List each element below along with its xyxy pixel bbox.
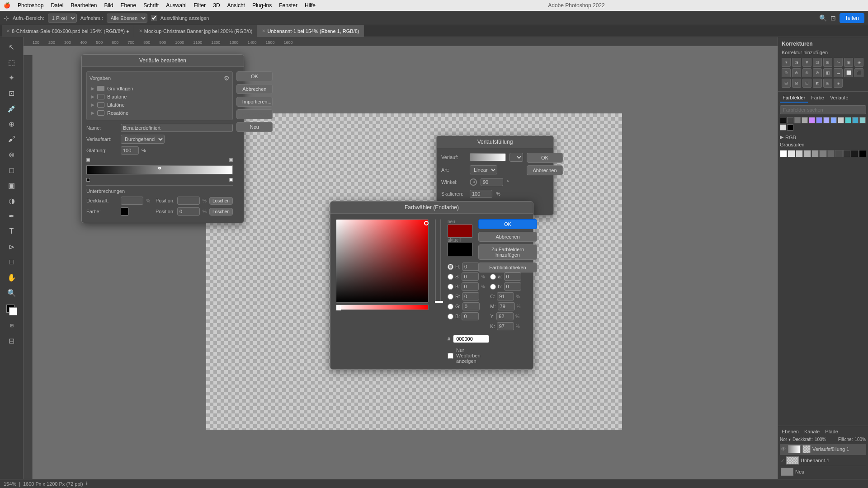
opacity-range-slider[interactable] — [440, 219, 441, 303]
korr-icon-14[interactable]: ☁ — [834, 68, 843, 77]
menu-filter[interactable]: Filter — [194, 2, 206, 9]
h-radio[interactable] — [448, 264, 453, 270]
eyedropper-tool[interactable]: 💉 — [5, 101, 19, 116]
heal-tool[interactable]: ⊕ — [5, 117, 19, 131]
korr-icon-13[interactable]: ◧ — [823, 68, 832, 77]
b2-radio[interactable] — [490, 284, 496, 290]
korr-icon-8[interactable]: ◈ — [854, 58, 863, 67]
gs-swatch-8[interactable] — [843, 150, 850, 157]
background-color[interactable] — [9, 307, 17, 315]
s-input[interactable] — [462, 272, 479, 281]
tab-christmas-sale[interactable]: ✕ 8-Christmas-Sale-800x600.psd bei 154% … — [2, 25, 134, 37]
tab-ebenen[interactable]: Ebenen — [780, 428, 801, 435]
tab-mockup[interactable]: ✕ Mockup-Christmas Banner.jpg bei 200% (… — [134, 25, 258, 37]
g-radio[interactable] — [448, 304, 453, 310]
opacity-value[interactable]: 100% — [815, 437, 826, 442]
swatch-9[interactable] — [838, 117, 844, 123]
gradient-bar[interactable] — [86, 165, 233, 174]
menu-hilfe[interactable]: Hilfe — [305, 2, 316, 9]
gs-swatch-4[interactable] — [811, 150, 819, 157]
swatch-12[interactable] — [859, 117, 866, 123]
tab-pfade[interactable]: Pfade — [823, 428, 840, 435]
eraser-tool[interactable]: ◻ — [5, 163, 19, 177]
pen-tool[interactable]: ✒ — [5, 209, 19, 223]
korr-icon-5[interactable]: ⊞ — [823, 58, 832, 67]
gs-swatch-9[interactable] — [851, 150, 858, 157]
menu-schrift[interactable]: Schrift — [143, 2, 159, 9]
swatch-4[interactable] — [802, 117, 808, 123]
korr-icon-row2-2[interactable]: ⬛ — [854, 68, 863, 77]
gs-swatch-black[interactable] — [859, 150, 866, 157]
color-bottom-slider[interactable] — [336, 305, 429, 310]
normal-blend-label[interactable]: Nor ▾ — [780, 437, 791, 442]
auswahl-checkbox[interactable] — [151, 15, 157, 21]
korr-icon-row2-8[interactable]: ◈ — [834, 79, 843, 88]
verlauf-neu-btn[interactable]: Neu — [236, 122, 273, 132]
gs-swatch-6[interactable] — [827, 150, 835, 157]
vf-art-select[interactable]: Linear — [470, 165, 497, 174]
name-input[interactable] — [121, 124, 233, 132]
clone-tool[interactable]: ⊗ — [5, 147, 19, 162]
s-radio[interactable] — [448, 274, 453, 280]
shape-tool[interactable]: □ — [5, 255, 19, 269]
aufnahmen-select[interactable]: Alle Ebenen — [107, 14, 147, 23]
zoom-tool[interactable]: 🔍 — [5, 286, 19, 300]
tab-kanaele[interactable]: Kanäle — [802, 428, 821, 435]
tab-unbenannt[interactable]: ✕ Unbenannt-1 bei 154% (Ebene 1, RGB/8) — [257, 25, 364, 37]
menu-ebene[interactable]: Ebene — [120, 2, 136, 9]
deckkraft-input[interactable] — [121, 197, 143, 205]
hex-input[interactable] — [453, 335, 489, 343]
hue-slider[interactable] — [435, 219, 436, 303]
layer-verlauf[interactable]: 👁 Verlaufsfüllung 1 — [780, 444, 866, 455]
selection-tool[interactable]: ⬚ — [5, 55, 19, 70]
gradient-tool[interactable]: ▣ — [5, 178, 19, 192]
screen-mode-tool[interactable]: ⊟ — [5, 333, 19, 348]
korr-icon-row2-4[interactable]: ⊠ — [792, 79, 801, 88]
path-select-tool[interactable]: ⊳ — [5, 239, 19, 254]
preset-rosatone[interactable]: ▶ Rosatöne — [90, 109, 230, 117]
menu-bearbeiten[interactable]: Bearbeiten — [71, 2, 97, 9]
korr-icon-12[interactable]: ⊘ — [813, 68, 822, 77]
swatch-11[interactable] — [852, 117, 859, 123]
menu-3d[interactable]: 3D — [213, 2, 220, 9]
tab-close-2[interactable]: ✕ — [139, 28, 142, 33]
gs-swatch-1[interactable] — [788, 150, 795, 157]
position-input-2[interactable] — [177, 207, 200, 216]
layer-eye-icon-1[interactable]: 👁 — [781, 446, 786, 452]
window-icon[interactable]: ⊡ — [830, 14, 836, 22]
rgb-expand[interactable]: ▶ RGB — [780, 134, 866, 140]
quick-mask-tool[interactable]: ⊞ — [5, 318, 19, 333]
korr-icon-10[interactable]: ⊗ — [792, 68, 801, 77]
preset-lilatoene[interactable]: ▶ Lilatöne — [90, 101, 230, 109]
webfarben-checkbox[interactable] — [448, 353, 453, 359]
bl-radio[interactable] — [448, 314, 453, 319]
swatch-14[interactable] — [787, 124, 793, 131]
info-icon[interactable]: ℹ — [86, 481, 88, 487]
brush-tool[interactable]: 🖌 — [5, 132, 19, 146]
fw-ok-btn[interactable]: OK — [478, 219, 537, 229]
b-radio[interactable] — [448, 284, 453, 290]
swatch-6[interactable] — [816, 117, 822, 123]
korr-icon-7[interactable]: ▣ — [844, 58, 853, 67]
stop-top-right[interactable] — [229, 158, 233, 162]
loeschen-btn-2[interactable]: Löschen — [209, 208, 233, 216]
b-input[interactable] — [462, 282, 479, 291]
verlauf-importieren-btn[interactable]: Importieren... — [236, 97, 273, 107]
apple-menu[interactable]: 🍎 — [4, 2, 10, 9]
gs-swatch-3[interactable] — [803, 150, 811, 157]
vf-gradient-preview[interactable] — [470, 153, 506, 161]
color-picker-gradient[interactable] — [336, 219, 429, 303]
search-icon[interactable]: 🔍 — [819, 14, 827, 22]
a-input[interactable] — [504, 272, 521, 281]
position-input-1[interactable] — [177, 197, 200, 205]
farbe-swatch[interactable] — [121, 207, 129, 216]
teilen-button[interactable]: Teilen — [840, 13, 864, 23]
korr-icon-row2-1[interactable]: ⬜ — [844, 68, 853, 77]
farbfelder-search[interactable] — [780, 105, 866, 114]
gs-swatch-white[interactable] — [780, 150, 787, 157]
fw-zu-farbfeldern-btn[interactable]: Zu Farbfeldern hinzufügen — [478, 244, 537, 260]
vf-ok-btn[interactable]: OK — [527, 153, 563, 163]
verlauf-ok-btn[interactable]: OK — [236, 71, 273, 81]
menu-plugins[interactable]: Plug-ins — [252, 2, 272, 9]
move-tool[interactable]: ↖ — [5, 40, 19, 54]
